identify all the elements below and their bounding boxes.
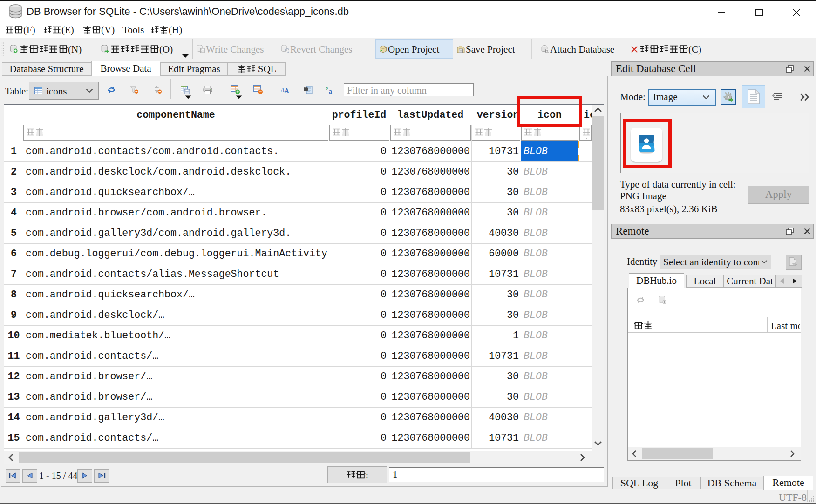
svg-text:A: A [284,87,289,94]
svg-text:b: b [326,86,328,91]
svg-text:a: a [329,88,332,94]
